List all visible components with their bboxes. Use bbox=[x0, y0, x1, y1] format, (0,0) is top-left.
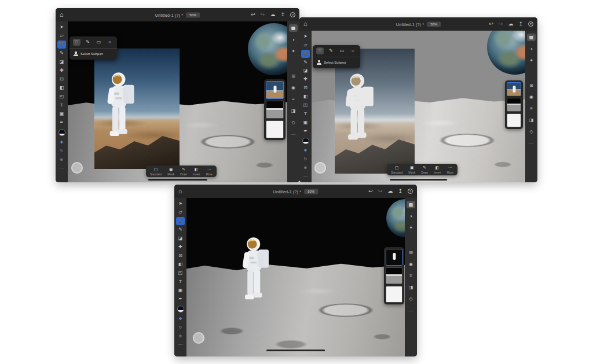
move-tool[interactable]: ➤ bbox=[301, 32, 310, 41]
select-subject-button[interactable]: Select Subject bbox=[73, 51, 114, 57]
layer-thumbnail-moon[interactable] bbox=[266, 101, 284, 119]
hide-toolbar-handle[interactable]: — bbox=[176, 340, 185, 348]
layer-thumbnail-subject[interactable] bbox=[386, 249, 402, 266]
rotate-view-icon[interactable]: ↻ bbox=[57, 146, 66, 155]
zoom-level-badge[interactable]: 50% bbox=[186, 12, 200, 17]
layer-thumbnail-moon[interactable] bbox=[386, 267, 402, 284]
place-image-tool[interactable]: ▣ bbox=[301, 119, 310, 127]
cloud-sync-icon[interactable]: ☁ bbox=[508, 21, 513, 27]
transform-tool[interactable]: ▱ bbox=[301, 41, 310, 49]
brush-select-option[interactable]: ✎ bbox=[327, 47, 335, 54]
adjustments-icon[interactable]: ◑ bbox=[407, 212, 415, 220]
rect-marquee-option[interactable]: ▭ bbox=[338, 47, 346, 54]
healing-brush-tool[interactable]: ✚ bbox=[57, 67, 66, 75]
layer-thumbnail-background[interactable] bbox=[507, 113, 521, 127]
place-image-tool[interactable]: ▣ bbox=[176, 286, 185, 295]
touch-shortcut-button[interactable] bbox=[314, 162, 326, 174]
select-subject-button[interactable]: Select Subject bbox=[316, 60, 357, 66]
clone-stamp-tool[interactable]: ⊡ bbox=[176, 252, 185, 260]
move-tool[interactable]: ➤ bbox=[176, 200, 185, 208]
hide-toolbar-handle[interactable]: — bbox=[301, 172, 310, 180]
crop-tool[interactable]: ◰ bbox=[57, 93, 66, 101]
hide-taskbar-handle[interactable]: — bbox=[289, 130, 298, 138]
rect-marquee-option[interactable]: ▭ bbox=[95, 39, 103, 46]
active-selection-icon[interactable]: ❖ bbox=[176, 314, 185, 322]
eyedropper-tool[interactable]: ✒ bbox=[176, 295, 185, 303]
move-tool[interactable]: ➤ bbox=[57, 23, 66, 31]
help-icon[interactable]: ? bbox=[290, 12, 295, 17]
foreground-color-chip[interactable] bbox=[177, 306, 184, 312]
healing-brush-tool[interactable]: ✚ bbox=[176, 243, 185, 251]
effects-icon[interactable]: ✦ bbox=[527, 57, 536, 64]
layer-properties-icon[interactable]: ≡ bbox=[527, 105, 536, 112]
clone-stamp-tool[interactable]: ⊡ bbox=[57, 75, 66, 83]
lasso-marquee-option[interactable]: ➰ bbox=[73, 39, 80, 46]
zoom-tool-icon[interactable]: ⊕ bbox=[57, 155, 66, 163]
brush-tool[interactable]: ✎ bbox=[176, 226, 185, 234]
clone-stamp-tool[interactable]: ⊡ bbox=[301, 84, 310, 92]
selection-mask-button[interactable]: ▣ Mask bbox=[167, 167, 174, 176]
layer-thumbnail-background[interactable] bbox=[386, 286, 402, 303]
eyedropper-tool[interactable]: ✒ bbox=[301, 127, 310, 135]
share-export-icon[interactable]: ↥ bbox=[280, 12, 285, 17]
eraser-tool[interactable]: ◪ bbox=[176, 234, 185, 242]
undo-icon[interactable]: ↩ bbox=[368, 189, 373, 194]
lasso-marquee-option[interactable]: ➰ bbox=[316, 47, 324, 54]
brush-select-option[interactable]: ✎ bbox=[84, 39, 91, 46]
foreground-color-chip[interactable] bbox=[58, 129, 65, 136]
layer-thumbnail-background[interactable] bbox=[266, 120, 284, 138]
layer-visibility-icon[interactable]: ◉ bbox=[407, 260, 415, 268]
layer-mask-icon[interactable]: ◨ bbox=[527, 116, 536, 124]
type-tool[interactable]: T bbox=[301, 110, 310, 118]
selection-more-button[interactable]: ⋯ More bbox=[446, 166, 453, 174]
layer-thumbnail-moon[interactable] bbox=[507, 98, 521, 112]
clip-mask-icon[interactable]: ◇ bbox=[407, 295, 415, 303]
type-tool[interactable]: T bbox=[57, 101, 66, 109]
home-icon[interactable]: ⌂ bbox=[303, 21, 308, 27]
cloud-sync-icon[interactable]: ☁ bbox=[270, 12, 275, 17]
eraser-tool[interactable]: ◪ bbox=[57, 58, 66, 66]
rotate-view-icon[interactable]: ↻ bbox=[301, 155, 310, 163]
add-layer-icon[interactable]: ⊞ bbox=[527, 82, 536, 89]
gradient-tool[interactable]: ◧ bbox=[57, 84, 66, 92]
zoom-tool-icon[interactable]: ⊕ bbox=[176, 332, 185, 340]
share-export-icon[interactable]: ↥ bbox=[398, 189, 402, 194]
add-layer-icon[interactable]: ⊞ bbox=[289, 72, 298, 80]
source-photo-layer[interactable] bbox=[94, 49, 180, 169]
eyedropper-tool[interactable]: ✒ bbox=[57, 119, 66, 127]
active-selection-icon[interactable]: ❖ bbox=[301, 146, 310, 154]
selection-mask-button[interactable]: ▣ Mask bbox=[408, 166, 415, 174]
foreground-color-chip[interactable] bbox=[302, 138, 309, 145]
layers-icon[interactable]: ▦ bbox=[407, 201, 415, 208]
add-layer-icon[interactable]: ⊞ bbox=[407, 249, 415, 256]
crop-tool[interactable]: ◰ bbox=[301, 101, 310, 109]
redo-icon[interactable]: ↪ bbox=[499, 21, 503, 27]
redo-icon[interactable]: ↪ bbox=[261, 12, 265, 17]
ellipse-marquee-option[interactable]: ○ bbox=[349, 47, 357, 54]
selection-standard-button[interactable]: ▢ Standard bbox=[150, 167, 162, 176]
transform-tool[interactable]: ▱ bbox=[57, 32, 66, 40]
cloud-sync-icon[interactable]: ☁ bbox=[387, 189, 393, 194]
gradient-tool[interactable]: ◧ bbox=[301, 93, 310, 101]
touch-shortcut-button[interactable] bbox=[193, 332, 204, 344]
healing-brush-tool[interactable]: ✚ bbox=[301, 75, 310, 83]
lasso-select-tool[interactable]: ➰ bbox=[57, 41, 66, 49]
crop-tool[interactable]: ◰ bbox=[176, 269, 185, 277]
undo-icon[interactable]: ↩ bbox=[489, 21, 493, 27]
hide-toolbar-handle[interactable]: — bbox=[57, 164, 66, 172]
undo-icon[interactable]: ↩ bbox=[251, 12, 255, 17]
layer-mask-icon[interactable]: ◨ bbox=[289, 107, 298, 115]
share-export-icon[interactable]: ↥ bbox=[518, 21, 523, 27]
lasso-select-tool[interactable]: ➰ bbox=[176, 217, 185, 225]
ellipse-marquee-option[interactable]: ○ bbox=[106, 39, 114, 46]
type-tool[interactable]: T bbox=[176, 278, 185, 286]
clip-mask-icon[interactable]: ◇ bbox=[527, 128, 536, 135]
hide-taskbar-handle[interactable]: — bbox=[527, 139, 536, 147]
clip-mask-icon[interactable]: ◇ bbox=[289, 119, 298, 126]
selection-draw-button[interactable]: ✎ Draw bbox=[180, 167, 187, 176]
zoom-level-badge[interactable]: 50% bbox=[304, 189, 318, 194]
layer-visibility-icon[interactable]: ◉ bbox=[289, 84, 298, 91]
home-icon[interactable]: ⌂ bbox=[178, 188, 182, 194]
selection-invert-button[interactable]: ◧ Invert bbox=[434, 166, 441, 174]
brush-tool[interactable]: ✎ bbox=[301, 58, 310, 67]
